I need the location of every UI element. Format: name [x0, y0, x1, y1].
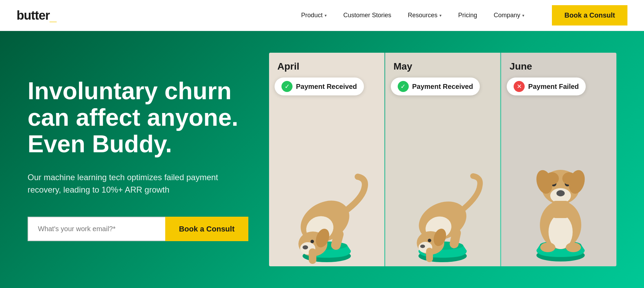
svg-point-17	[420, 245, 425, 248]
hero-subheadline: Our machine learning tech optimizes fail…	[28, 171, 221, 196]
dog-panel-april: April ✓ Payment Received	[269, 53, 385, 266]
svg-rect-10	[309, 248, 316, 264]
logo-suffix: _	[50, 10, 57, 23]
nav-item-customer-stories[interactable]: Customer Stories	[343, 12, 391, 19]
nav-links: Product ▾ Customer Stories Resources ▾ P…	[301, 12, 524, 19]
dog-illustration-may	[385, 85, 501, 266]
hero-headline: Involuntary churn can affect anyone. Eve…	[28, 78, 248, 157]
dog-illustration-april	[269, 85, 384, 266]
chevron-down-icon: ▾	[325, 13, 327, 18]
svg-point-18	[428, 239, 431, 242]
nav-item-pricing[interactable]: Pricing	[458, 12, 477, 19]
hero-form: Book a Consult	[28, 217, 248, 241]
svg-point-7	[310, 240, 314, 243]
email-input[interactable]	[28, 217, 165, 241]
svg-rect-39	[552, 201, 569, 218]
dog-panel-june: June ✕ Payment Failed	[501, 53, 616, 266]
panel-bg-june: June ✕ Payment Failed	[501, 53, 616, 266]
logo-text: butter	[17, 8, 50, 23]
nav-item-company[interactable]: Company ▾	[494, 12, 524, 19]
nav-item-resources[interactable]: Resources ▾	[408, 12, 442, 19]
dog-svg-may	[391, 122, 494, 266]
navbar: butter _ Product ▾ Customer Stories Reso…	[0, 0, 644, 31]
dog-illustration-june	[501, 85, 616, 266]
svg-rect-21	[426, 248, 433, 262]
panel-bg-april: April ✓ Payment Received	[269, 53, 384, 266]
panel-bg-may: May ✓ Payment Received	[385, 53, 501, 266]
chevron-down-icon: ▾	[439, 13, 442, 18]
svg-point-37	[540, 243, 555, 252]
chevron-down-icon: ▾	[522, 13, 524, 18]
nav-book-consult-button[interactable]: Book a Consult	[552, 5, 627, 25]
nav-label-product: Product	[301, 12, 323, 19]
dog-panel-may: May ✓ Payment Received	[385, 53, 502, 266]
hero-content: Involuntary churn can affect anyone. Eve…	[28, 78, 269, 241]
svg-point-38	[566, 243, 581, 252]
month-label-april: April	[277, 61, 299, 72]
svg-point-36	[562, 172, 576, 185]
nav-label-pricing: Pricing	[458, 12, 477, 19]
dog-svg-june	[507, 108, 611, 266]
nav-label-resources: Resources	[408, 12, 437, 19]
dog-panels: April ✓ Payment Received	[269, 53, 616, 266]
svg-point-6	[303, 245, 308, 249]
hero-book-consult-button[interactable]: Book a Consult	[165, 217, 248, 241]
nav-label-company: Company	[494, 12, 520, 19]
month-label-june: June	[509, 61, 532, 72]
hero-section: Involuntary churn can affect anyone. Eve…	[0, 31, 644, 288]
month-label-may: May	[394, 61, 412, 72]
logo[interactable]: butter _	[17, 8, 57, 23]
nav-item-product[interactable]: Product ▾	[301, 12, 327, 19]
nav-label-customer-stories: Customer Stories	[343, 12, 391, 19]
dog-svg-april	[275, 122, 378, 266]
svg-point-35	[545, 172, 559, 185]
svg-point-28	[556, 190, 565, 196]
